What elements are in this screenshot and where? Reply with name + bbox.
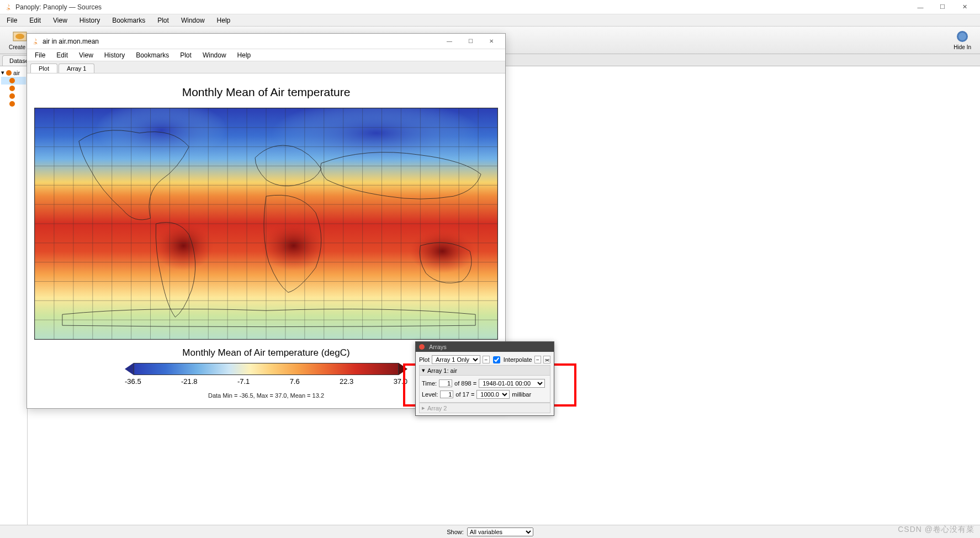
main-title: Panoply: Panoply — Sources (15, 3, 102, 11)
level-unit: millibar (512, 391, 531, 398)
child-menu-file[interactable]: File (30, 50, 50, 60)
svg-point-5 (9, 78, 15, 83)
child-title: air in air.mon.mean (43, 38, 99, 45)
svg-point-3 (958, 33, 966, 40)
menu-help[interactable]: Help (213, 15, 235, 25)
array2-title: Array 2 (427, 405, 447, 412)
level-of-label: of 17 = (455, 391, 474, 398)
child-menu-plot[interactable]: Plot (176, 50, 196, 60)
child-tab-strip: Plot Array 1 (27, 61, 505, 73)
plot-stats: Data Min = -36.5, Max = 37.0, Mean = 13.… (208, 392, 324, 399)
colorbar-title: Monthly Mean of Air temperature (degC) (182, 347, 349, 358)
temperature-map (35, 108, 497, 339)
maximize-button[interactable]: ☐ (931, 0, 953, 14)
plot-mode-select[interactable]: Array 1 Only (432, 355, 480, 364)
child-menubar: File Edit View History Bookmarks Plot Wi… (27, 49, 505, 61)
java-icon (31, 38, 39, 45)
time-value-select[interactable]: 1948-01-01 00:00 (479, 379, 545, 388)
colorbar-gradient (134, 363, 399, 375)
svg-point-1 (15, 34, 24, 39)
hide-info-label: Hide In (953, 44, 971, 50)
svg-point-13 (409, 229, 475, 273)
array2-header: ▸ Array 2 (419, 403, 550, 413)
panel-close-icon[interactable] (419, 344, 425, 350)
time-index-input[interactable] (439, 379, 452, 387)
tree-root[interactable]: ▾ air (1, 68, 26, 77)
tree-root-label: air (13, 70, 20, 76)
interp-minus-button[interactable]: − (534, 356, 542, 363)
svg-point-8 (9, 101, 15, 107)
create-plot-icon (12, 30, 28, 43)
child-menu-bookmarks[interactable]: Bookmarks (131, 50, 173, 60)
interpolate-label: Interpolate (504, 356, 532, 363)
variable-icon (9, 93, 15, 99)
colorbar-underflow-arrow-icon (125, 363, 134, 375)
array1-header[interactable]: ▾ Array 1: air (419, 365, 550, 376)
child-close-button[interactable]: ✕ (482, 35, 501, 48)
tick: -36.5 (125, 377, 141, 386)
bottom-bar: Show: All variables (0, 525, 980, 538)
hide-info-icon (955, 30, 970, 43)
svg-point-7 (9, 93, 15, 99)
arrays-panel[interactable]: Arrays Plot Array 1 Only − Interpolate −… (415, 341, 554, 416)
tick: -7.1 (237, 377, 250, 386)
close-button[interactable]: ✕ (953, 0, 976, 14)
child-maximize-button[interactable]: ☐ (461, 35, 480, 48)
plot-label: Plot (419, 356, 430, 363)
interpolate-checkbox[interactable] (493, 356, 500, 363)
menu-file[interactable]: File (2, 15, 22, 25)
tree-item[interactable] (1, 100, 26, 108)
child-menu-window[interactable]: Window (198, 50, 231, 60)
link-icon[interactable]: ⫘ (543, 356, 550, 363)
collapse-icon: ▾ (422, 367, 425, 374)
plot-mode-row: Plot Array 1 Only − Interpolate − ⫘ (419, 354, 550, 365)
child-menu-history[interactable]: History (100, 50, 129, 60)
java-icon (4, 3, 12, 11)
variable-icon (9, 101, 15, 107)
menu-bookmarks[interactable]: Bookmarks (108, 15, 150, 25)
hide-info-button[interactable]: Hide In (950, 29, 974, 51)
level-value-select[interactable]: 1000.00 (476, 390, 510, 399)
tree-item[interactable] (1, 85, 26, 92)
level-index-input[interactable] (440, 391, 453, 398)
tree-item[interactable] (1, 92, 26, 100)
main-menubar: File Edit View History Bookmarks Plot Wi… (0, 14, 980, 27)
child-menu-view[interactable]: View (75, 50, 98, 60)
tab-plot[interactable]: Plot (30, 64, 57, 73)
variable-icon (9, 77, 15, 84)
tree-item[interactable] (1, 77, 26, 85)
colorbar (125, 363, 407, 375)
time-of-label: of 898 = (454, 380, 476, 387)
tick: -21.8 (181, 377, 198, 386)
remove-array-button[interactable]: − (483, 356, 490, 363)
array1-body: Time: of 898 = 1948-01-01 00:00 Level: o… (419, 376, 550, 403)
window-controls: ― ☐ ✕ (909, 0, 976, 14)
dataset-icon (6, 70, 12, 76)
menu-plot[interactable]: Plot (153, 15, 173, 25)
plot-title: Monthly Mean of Air temperature (182, 86, 351, 99)
level-label: Level: (422, 391, 438, 398)
menu-window[interactable]: Window (177, 15, 209, 25)
colorbar-ticks: -36.5 -21.8 -7.1 7.6 22.3 37.0 (125, 377, 407, 386)
expand-icon: ▸ (422, 404, 425, 412)
arrays-titlebar[interactable]: Arrays (416, 342, 554, 352)
menu-history[interactable]: History (75, 15, 104, 25)
array1-title: Array 1: air (427, 367, 457, 374)
child-menu-help[interactable]: Help (233, 50, 256, 60)
menu-edit[interactable]: Edit (25, 15, 45, 25)
colorbar-overflow-arrow-icon (399, 363, 407, 375)
show-select[interactable]: All variables (467, 528, 533, 536)
child-minimize-button[interactable]: ― (440, 35, 459, 48)
svg-point-12 (261, 221, 327, 271)
tab-array1[interactable]: Array 1 (59, 64, 94, 73)
child-titlebar: air in air.mon.mean ― ☐ ✕ (27, 34, 505, 49)
tick: 7.6 (290, 377, 300, 386)
minimize-button[interactable]: ― (909, 0, 931, 14)
arrays-title: Arrays (429, 344, 447, 350)
svg-point-6 (9, 86, 15, 91)
menu-view[interactable]: View (49, 15, 72, 25)
tick: 22.3 (340, 377, 353, 386)
child-menu-edit[interactable]: Edit (52, 50, 72, 60)
dataset-tree[interactable]: ▾ air (0, 66, 28, 538)
map-plot[interactable] (34, 108, 498, 340)
